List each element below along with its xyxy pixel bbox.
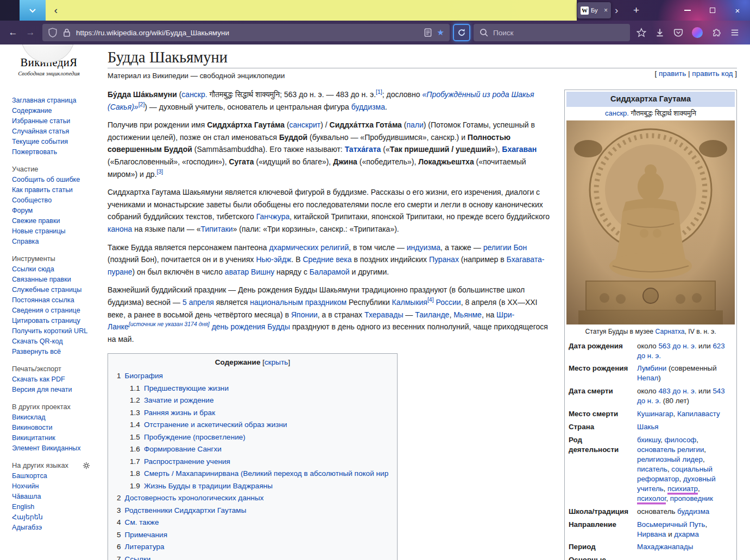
text-link[interactable]: Непал [637,374,658,382]
toc-link[interactable]: Литература [125,543,165,551]
sidebar-link[interactable]: Пожертвовать [12,148,57,156]
text-link[interactable]: бхикшу [637,436,660,444]
url-bar[interactable]: https://ru.wikipedia.org/wiki/Будда_Шакь… [42,24,450,41]
text-link[interactable]: России [436,298,461,307]
sidebar-link[interactable]: Викиновости [12,424,53,431]
text-link[interactable]: национальным праздником [250,298,346,307]
window-maximize-button[interactable] [700,0,725,21]
text-link[interactable]: санскр. [181,90,207,99]
toc-item[interactable]: 1.4Отстранение и аскетический образ жизн… [117,419,388,431]
text-link[interactable]: Махаджанапады [637,543,693,551]
text-link[interactable]: санскрит [289,120,321,129]
lock-icon[interactable] [62,28,72,37]
text-link[interactable]: Мьянме [453,310,482,319]
sidebar-link[interactable]: Скачать как PDF [12,376,65,383]
window-minimize-button[interactable] [675,0,700,21]
text-link[interactable]: Лумбини [637,364,666,372]
annotated-occupation-link[interactable]: психиатр [667,485,698,493]
sidebar-link[interactable]: Нохчийн [12,482,39,490]
search-bar[interactable]: Поиск [474,24,630,41]
toc-item[interactable]: 1.6Формирование Сангхи [117,443,388,456]
text-link[interactable]: Татха́гата [345,145,381,154]
toc-link[interactable]: Достоверность хронологических данных [125,494,264,502]
text-link[interactable]: дхармических религий [269,243,349,252]
text-link[interactable]: Нирвана [637,530,666,538]
toc-item[interactable]: 6Литература [117,541,388,553]
sidebar-link[interactable]: Связанные правки [12,276,71,283]
toc-item[interactable]: 7Ссылки [117,553,388,560]
toc-link[interactable]: Биография [125,372,163,380]
toc-link[interactable]: Формирование Сангхи [144,445,222,453]
toc-link[interactable]: Смерть / Махапаринирвана (Великий перехо… [144,469,388,478]
text-link[interactable]: Средние века [302,255,351,264]
toc-link[interactable]: Ссылки [125,555,151,560]
sidebar-link[interactable]: Свежие правки [12,217,60,225]
sidebar-link[interactable]: Скачать QR-код [12,338,63,345]
toc-link[interactable]: Родственники Сиддхартхи Гаутамы [125,506,247,514]
text-link[interactable]: день рождения Будды [212,322,290,331]
text-link[interactable]: основатель религии [637,446,704,454]
toc-item[interactable]: 4См. также [117,517,388,529]
sidebar-link[interactable]: Избранные статьи [12,117,70,125]
text-link[interactable]: Таиланде [415,310,449,319]
toc-link[interactable]: Пробуждение (просветление) [144,433,245,441]
reader-mode-icon[interactable] [423,28,433,37]
toc-item[interactable]: 1.8Смерть / Махапаринирвана (Великий пер… [117,468,388,480]
wikipedia-logo[interactable]: ВикипедиЯ Свободная энциклопедия [12,56,92,92]
text-link[interactable]: Сарнатха [655,328,684,335]
text-link[interactable]: скрыть [264,358,288,366]
toc-item[interactable]: 1.1Предшествующие жизни [117,383,388,395]
extensions-puzzle-icon[interactable] [711,28,721,37]
text-link[interactable]: 5 апреля [182,298,214,307]
text-link[interactable]: религиозный лидер [637,455,703,463]
scroll-tabs-left-icon[interactable]: ‹ [51,0,61,21]
sidebar-link[interactable]: Викицитатник [12,434,55,442]
text-link[interactable]: 483 до н. э. [658,387,696,395]
sidebar-link[interactable]: Ссылки сюда [12,265,54,273]
new-tab-button[interactable]: + [633,0,639,21]
text-link[interactable]: Кушинагар [637,410,673,418]
text-link[interactable]: буддизма [351,103,385,111]
text-link[interactable]: Пуранах [429,255,459,264]
sidebar-link[interactable]: Развернуть всё [12,348,61,355]
text-link[interactable]: Шакья [637,423,659,431]
gear-icon[interactable] [83,462,90,469]
active-tab[interactable]: W Бу × [577,2,611,18]
text-link[interactable]: [2] [138,101,145,107]
sidebar-link[interactable]: Служебные страницы [12,286,81,294]
annotated-occupation-link[interactable]: психолог [637,494,666,502]
sidebar-link[interactable]: Постоянная ссылка [12,296,74,304]
sidebar-link[interactable]: Случайная статья [12,128,69,135]
toc-item[interactable]: 1.9Жизнь Будды в традиции Ваджраяны [117,480,388,493]
text-link[interactable]: 563 до н. э. [658,342,696,350]
pocket-icon[interactable] [673,28,683,37]
sidebar-link[interactable]: Содержание [12,107,52,114]
downloads-icon[interactable] [655,28,665,37]
text-link[interactable]: аватар Вишну [225,268,274,276]
sidebar-link[interactable]: Чӑвашла [12,493,41,500]
text-link[interactable]: индуизма [407,243,440,252]
text-link[interactable]: дхарма [674,530,699,538]
refresh-button[interactable] [453,24,470,41]
toc-link[interactable]: Отстранение и аскетический образ жизни [144,421,287,429]
toc-item[interactable]: 2Достоверность хронологических данных [117,492,388,505]
sidebar-link[interactable]: Башҡортса [12,472,47,480]
text-link[interactable]: Японии [291,310,318,319]
sidebar-link[interactable]: Как править статьи [12,186,73,194]
tab-close-icon[interactable]: × [604,7,608,14]
sidebar-link[interactable]: English [12,503,34,511]
text-link[interactable]: [4] [427,296,434,303]
bookmarks-icon[interactable] [636,28,646,37]
sidebar-link[interactable]: Получить короткий URL [12,327,87,335]
list-all-tabs-button[interactable] [20,0,46,21]
text-link[interactable]: религии Бон [483,243,527,252]
sidebar-link[interactable]: Сообщить об ошибке [12,176,80,183]
sidebar-link[interactable]: Сведения о странице [12,307,80,314]
sidebar-link[interactable]: Адыгабзэ [12,524,42,531]
sidebar-link[interactable]: Новые страницы [12,227,66,235]
text-link[interactable]: править [659,69,686,78]
window-close-button[interactable]: × [725,0,750,21]
text-link[interactable]: [3] [157,168,163,175]
text-link[interactable]: править код [692,69,733,78]
sidebar-link[interactable]: Հայերեն [12,513,43,521]
